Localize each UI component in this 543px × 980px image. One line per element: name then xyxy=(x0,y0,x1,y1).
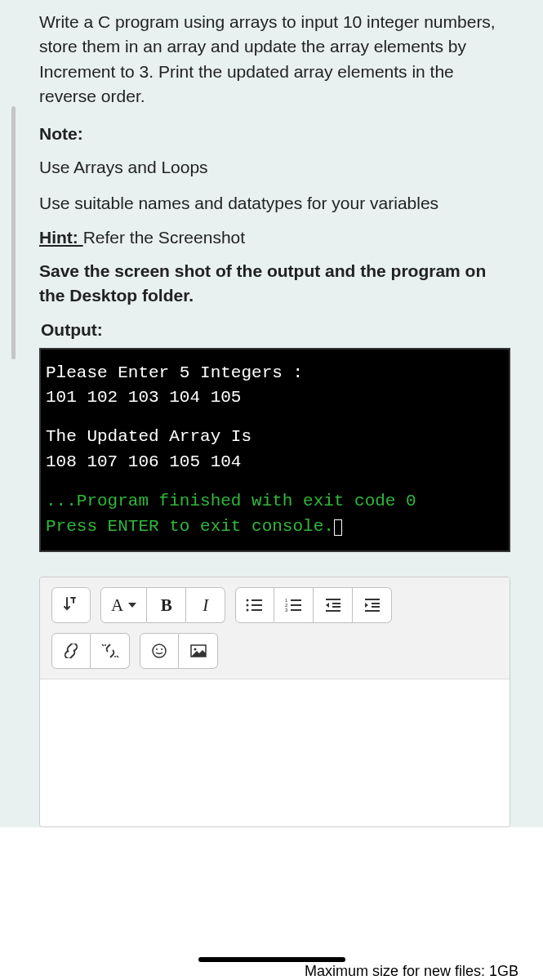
hint-label: Hint: xyxy=(39,228,83,247)
list-ul-icon xyxy=(246,598,264,612)
indent-button[interactable] xyxy=(353,587,392,623)
question-content: Write a C program using arrays to input … xyxy=(0,0,543,827)
link-icon xyxy=(62,644,80,658)
emoji-button[interactable] xyxy=(140,633,179,669)
font-color-button[interactable]: A xyxy=(100,587,147,623)
footer-text: Maximum size for new files: 1GB xyxy=(305,963,519,980)
rich-text-editor: A B I 123 xyxy=(39,577,510,827)
output-label: Output: xyxy=(39,320,510,340)
note-label: Note: xyxy=(39,124,510,144)
unordered-list-button[interactable] xyxy=(235,587,274,623)
scroll-indicator xyxy=(11,106,16,359)
direction-button[interactable] xyxy=(51,587,91,623)
svg-line-20 xyxy=(102,644,104,646)
italic-button[interactable]: I xyxy=(186,587,225,623)
ordered-list-button[interactable]: 123 xyxy=(274,587,314,623)
unlink-button[interactable] xyxy=(91,633,130,669)
image-icon xyxy=(189,644,207,658)
hint-text: Refer the Screenshot xyxy=(83,228,245,247)
svg-point-1 xyxy=(247,604,249,607)
svg-text:3: 3 xyxy=(285,608,288,612)
svg-point-2 xyxy=(247,609,249,612)
bold-label: B xyxy=(161,595,172,616)
svg-point-25 xyxy=(156,648,158,650)
console-output: Please Enter 5 Integers : 101 102 103 10… xyxy=(39,348,510,553)
note-line-2: Use suitable names and datatypes for you… xyxy=(39,191,510,216)
console-line: The Updated Array Is xyxy=(46,425,504,449)
cursor-icon xyxy=(334,519,342,536)
unlink-icon xyxy=(101,644,119,658)
list-ol-icon: 123 xyxy=(285,598,303,612)
svg-point-24 xyxy=(153,644,166,657)
hint-line: Hint: Refer the Screenshot xyxy=(39,228,510,247)
home-indicator xyxy=(198,957,345,962)
link-button[interactable] xyxy=(51,633,91,669)
console-line: 101 102 103 104 105 xyxy=(46,385,504,410)
editor-toolbar: A B I 123 xyxy=(40,577,510,679)
console-line: Please Enter 5 Integers : xyxy=(46,361,504,385)
svg-point-28 xyxy=(194,648,196,651)
console-line: Press ENTER to exit console. xyxy=(46,514,504,539)
outdent-button[interactable] xyxy=(314,587,353,623)
editor-textarea[interactable] xyxy=(40,679,510,826)
ltr-icon xyxy=(64,596,78,614)
outdent-icon xyxy=(324,598,342,612)
note-line-1: Use Arrays and Loops xyxy=(39,155,510,180)
indent-icon xyxy=(363,598,381,612)
svg-point-26 xyxy=(161,648,162,650)
smile-icon xyxy=(151,643,167,659)
question-body: Write a C program using arrays to input … xyxy=(39,10,510,109)
image-button[interactable] xyxy=(179,633,218,669)
italic-label: I xyxy=(203,595,208,616)
console-line: 108 107 106 105 104 xyxy=(46,450,504,474)
console-line: ...Program finished with exit code 0 xyxy=(46,489,504,514)
svg-point-0 xyxy=(247,599,249,602)
chevron-down-icon xyxy=(128,603,136,608)
font-label: A xyxy=(111,595,123,616)
save-instruction: Save the screen shot of the output and t… xyxy=(39,259,510,309)
bold-button[interactable]: B xyxy=(147,587,186,623)
svg-line-21 xyxy=(117,656,118,657)
